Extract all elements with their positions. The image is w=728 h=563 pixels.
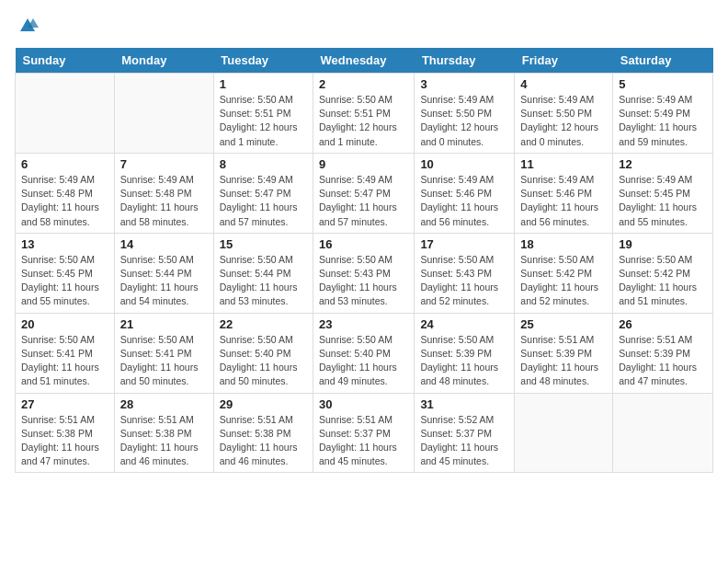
calendar-cell: 29Sunrise: 5:51 AMSunset: 5:38 PMDayligh… — [213, 393, 313, 473]
day-header-thursday: Thursday — [415, 48, 515, 74]
calendar-cell: 31Sunrise: 5:52 AMSunset: 5:37 PMDayligh… — [415, 393, 515, 473]
logo — [15, 15, 39, 37]
calendar-cell: 6Sunrise: 5:49 AMSunset: 5:48 PMDaylight… — [16, 153, 115, 233]
day-detail: Sunrise: 5:51 AMSunset: 5:38 PMDaylight:… — [21, 413, 108, 469]
day-detail: Sunrise: 5:50 AMSunset: 5:40 PMDaylight:… — [319, 333, 408, 389]
day-detail: Sunrise: 5:50 AMSunset: 5:51 PMDaylight:… — [220, 93, 307, 149]
calendar-week-2: 13Sunrise: 5:50 AMSunset: 5:45 PMDayligh… — [16, 233, 713, 313]
day-detail: Sunrise: 5:50 AMSunset: 5:42 PMDaylight:… — [520, 253, 607, 309]
calendar-cell: 8Sunrise: 5:49 AMSunset: 5:47 PMDaylight… — [213, 153, 313, 233]
calendar-cell: 1Sunrise: 5:50 AMSunset: 5:51 PMDaylight… — [213, 74, 313, 154]
day-number: 11 — [520, 157, 607, 171]
day-number: 17 — [420, 237, 508, 251]
day-detail: Sunrise: 5:50 AMSunset: 5:42 PMDaylight:… — [619, 253, 707, 309]
day-number: 14 — [120, 237, 208, 251]
day-number: 28 — [120, 397, 208, 411]
day-detail: Sunrise: 5:50 AMSunset: 5:41 PMDaylight:… — [120, 333, 208, 389]
day-detail: Sunrise: 5:50 AMSunset: 5:43 PMDaylight:… — [319, 253, 408, 309]
page-header — [15, 15, 713, 37]
calendar-table: SundayMondayTuesdayWednesdayThursdayFrid… — [15, 48, 713, 473]
calendar-cell: 23Sunrise: 5:50 AMSunset: 5:40 PMDayligh… — [313, 313, 415, 393]
day-detail: Sunrise: 5:49 AMSunset: 5:49 PMDaylight:… — [619, 93, 707, 149]
day-detail: Sunrise: 5:51 AMSunset: 5:39 PMDaylight:… — [619, 333, 707, 389]
calendar-cell: 9Sunrise: 5:49 AMSunset: 5:47 PMDaylight… — [313, 153, 415, 233]
day-number: 12 — [619, 157, 707, 171]
calendar-cell: 13Sunrise: 5:50 AMSunset: 5:45 PMDayligh… — [16, 233, 115, 313]
calendar-cell: 20Sunrise: 5:50 AMSunset: 5:41 PMDayligh… — [16, 313, 115, 393]
calendar-cell: 10Sunrise: 5:49 AMSunset: 5:46 PMDayligh… — [415, 153, 515, 233]
day-detail: Sunrise: 5:49 AMSunset: 5:47 PMDaylight:… — [319, 173, 408, 229]
day-detail: Sunrise: 5:49 AMSunset: 5:50 PMDaylight:… — [420, 93, 508, 149]
day-detail: Sunrise: 5:50 AMSunset: 5:45 PMDaylight:… — [21, 253, 108, 309]
calendar-cell: 25Sunrise: 5:51 AMSunset: 5:39 PMDayligh… — [515, 313, 613, 393]
calendar-cell: 17Sunrise: 5:50 AMSunset: 5:43 PMDayligh… — [415, 233, 515, 313]
day-number: 25 — [520, 317, 607, 331]
day-header-saturday: Saturday — [613, 48, 713, 74]
calendar-cell: 19Sunrise: 5:50 AMSunset: 5:42 PMDayligh… — [613, 233, 713, 313]
day-number: 10 — [420, 157, 508, 171]
day-detail: Sunrise: 5:52 AMSunset: 5:37 PMDaylight:… — [420, 413, 508, 469]
calendar-cell — [114, 74, 213, 154]
day-number: 22 — [220, 317, 307, 331]
day-detail: Sunrise: 5:49 AMSunset: 5:46 PMDaylight:… — [420, 173, 508, 229]
day-number: 20 — [21, 317, 108, 331]
calendar-cell: 22Sunrise: 5:50 AMSunset: 5:40 PMDayligh… — [213, 313, 313, 393]
calendar-cell: 30Sunrise: 5:51 AMSunset: 5:37 PMDayligh… — [313, 393, 415, 473]
calendar-week-3: 20Sunrise: 5:50 AMSunset: 5:41 PMDayligh… — [16, 313, 713, 393]
day-number: 30 — [319, 397, 408, 411]
day-detail: Sunrise: 5:49 AMSunset: 5:45 PMDaylight:… — [619, 173, 707, 229]
day-number: 2 — [319, 77, 408, 91]
day-number: 29 — [220, 397, 307, 411]
calendar-cell: 7Sunrise: 5:49 AMSunset: 5:48 PMDaylight… — [114, 153, 213, 233]
calendar-week-4: 27Sunrise: 5:51 AMSunset: 5:38 PMDayligh… — [16, 393, 713, 473]
day-number: 24 — [420, 317, 508, 331]
day-number: 18 — [520, 237, 607, 251]
day-header-friday: Friday — [515, 48, 613, 74]
day-header-sunday: Sunday — [16, 48, 115, 74]
day-number: 6 — [21, 157, 108, 171]
day-detail: Sunrise: 5:50 AMSunset: 5:41 PMDaylight:… — [21, 333, 108, 389]
day-detail: Sunrise: 5:50 AMSunset: 5:44 PMDaylight:… — [120, 253, 208, 309]
day-number: 3 — [420, 77, 508, 91]
day-detail: Sunrise: 5:49 AMSunset: 5:46 PMDaylight:… — [520, 173, 607, 229]
logo-icon — [17, 15, 39, 37]
day-detail: Sunrise: 5:49 AMSunset: 5:50 PMDaylight:… — [520, 93, 607, 149]
day-header-wednesday: Wednesday — [313, 48, 415, 74]
calendar-cell: 16Sunrise: 5:50 AMSunset: 5:43 PMDayligh… — [313, 233, 415, 313]
calendar-cell: 11Sunrise: 5:49 AMSunset: 5:46 PMDayligh… — [515, 153, 613, 233]
calendar-cell: 12Sunrise: 5:49 AMSunset: 5:45 PMDayligh… — [613, 153, 713, 233]
calendar-cell — [16, 74, 115, 154]
day-number: 31 — [420, 397, 508, 411]
calendar-cell: 5Sunrise: 5:49 AMSunset: 5:49 PMDaylight… — [613, 74, 713, 154]
calendar-cell: 4Sunrise: 5:49 AMSunset: 5:50 PMDaylight… — [515, 74, 613, 154]
day-header-monday: Monday — [114, 48, 213, 74]
calendar-cell: 15Sunrise: 5:50 AMSunset: 5:44 PMDayligh… — [213, 233, 313, 313]
calendar-header-row: SundayMondayTuesdayWednesdayThursdayFrid… — [16, 48, 713, 74]
day-header-tuesday: Tuesday — [213, 48, 313, 74]
day-detail: Sunrise: 5:49 AMSunset: 5:48 PMDaylight:… — [21, 173, 108, 229]
day-number: 16 — [319, 237, 408, 251]
calendar-cell: 27Sunrise: 5:51 AMSunset: 5:38 PMDayligh… — [16, 393, 115, 473]
day-number: 27 — [21, 397, 108, 411]
calendar-cell: 3Sunrise: 5:49 AMSunset: 5:50 PMDaylight… — [415, 74, 515, 154]
calendar-cell: 28Sunrise: 5:51 AMSunset: 5:38 PMDayligh… — [114, 393, 213, 473]
day-number: 23 — [319, 317, 408, 331]
day-number: 8 — [220, 157, 307, 171]
calendar-cell: 21Sunrise: 5:50 AMSunset: 5:41 PMDayligh… — [114, 313, 213, 393]
calendar-week-0: 1Sunrise: 5:50 AMSunset: 5:51 PMDaylight… — [16, 74, 713, 154]
day-detail: Sunrise: 5:50 AMSunset: 5:51 PMDaylight:… — [319, 93, 408, 149]
day-detail: Sunrise: 5:51 AMSunset: 5:38 PMDaylight:… — [120, 413, 208, 469]
calendar-cell: 18Sunrise: 5:50 AMSunset: 5:42 PMDayligh… — [515, 233, 613, 313]
day-number: 13 — [21, 237, 108, 251]
day-detail: Sunrise: 5:49 AMSunset: 5:48 PMDaylight:… — [120, 173, 208, 229]
day-number: 21 — [120, 317, 208, 331]
day-detail: Sunrise: 5:50 AMSunset: 5:39 PMDaylight:… — [420, 333, 508, 389]
calendar-body: 1Sunrise: 5:50 AMSunset: 5:51 PMDaylight… — [16, 74, 713, 473]
day-detail: Sunrise: 5:51 AMSunset: 5:37 PMDaylight:… — [319, 413, 408, 469]
day-detail: Sunrise: 5:50 AMSunset: 5:44 PMDaylight:… — [220, 253, 307, 309]
calendar-cell — [515, 393, 613, 473]
calendar-cell: 24Sunrise: 5:50 AMSunset: 5:39 PMDayligh… — [415, 313, 515, 393]
day-detail: Sunrise: 5:49 AMSunset: 5:47 PMDaylight:… — [220, 173, 307, 229]
calendar-cell: 26Sunrise: 5:51 AMSunset: 5:39 PMDayligh… — [613, 313, 713, 393]
calendar-week-1: 6Sunrise: 5:49 AMSunset: 5:48 PMDaylight… — [16, 153, 713, 233]
